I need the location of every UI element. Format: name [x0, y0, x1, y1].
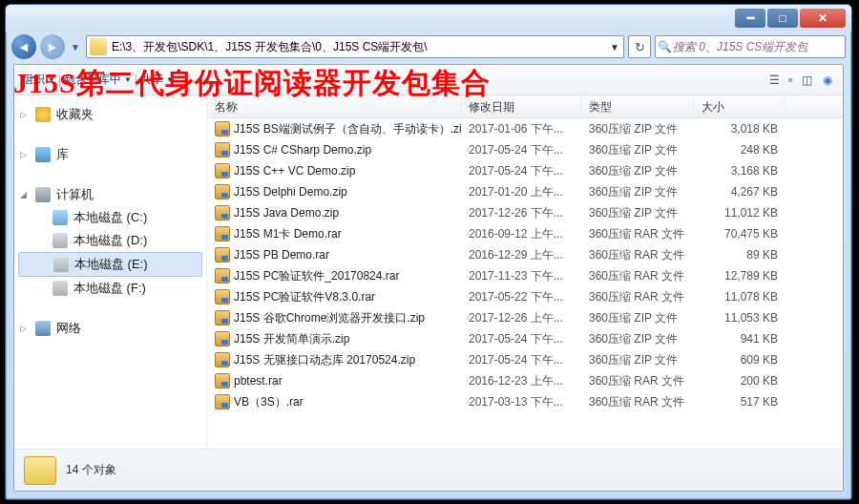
file-size: 200 KB [694, 374, 786, 388]
file-type: 360压缩 RAR 文件 [581, 247, 694, 263]
include-menu[interactable]: 包含到库中 [64, 72, 121, 88]
sidebar-libraries[interactable]: ▷ 库 [14, 143, 206, 166]
file-size: 3,018 KB [694, 122, 786, 136]
history-dropdown[interactable]: ▼ [69, 42, 82, 52]
status-count: 14 个对象 [66, 462, 116, 478]
drive-label: 本地磁盘 (F:) [73, 280, 146, 297]
file-type: 360压缩 RAR 文件 [581, 394, 694, 410]
archive-icon [215, 268, 230, 284]
file-date: 2017-01-06 下午... [461, 121, 581, 137]
file-type: 360压缩 ZIP 文件 [581, 205, 694, 221]
sidebar-network[interactable]: ▷ 网络 [14, 317, 206, 340]
file-name: J15S 开发简单演示.zip [234, 331, 349, 347]
file-size: 517 KB [694, 395, 786, 409]
maximize-button[interactable]: □ [767, 9, 798, 28]
inner-frame: 组织▼ | 包含到库中▼ | 共享▼ ☰ ▪ ◫ ◉ ▷ 收藏夹 [13, 64, 844, 492]
back-button[interactable]: ◄ [11, 34, 36, 59]
file-row[interactable]: J15S 谷歌Chrome浏览器开发接口.zip2017-12-26 上午...… [207, 307, 843, 328]
col-type[interactable]: 类型 [581, 95, 694, 117]
file-date: 2017-05-24 下午... [461, 142, 581, 158]
col-date[interactable]: 修改日期 [461, 95, 581, 117]
help-icon[interactable]: ◉ [820, 73, 835, 88]
file-row[interactable]: J15S Java Demo.zip2017-12-26 下午...360压缩 … [207, 202, 843, 223]
file-row[interactable]: J15S C++ VC Demo.zip2017-05-24 下午...360压… [207, 160, 843, 181]
file-type: 360压缩 ZIP 文件 [581, 121, 694, 137]
file-size: 609 KB [694, 353, 786, 367]
file-row[interactable]: J15S PC验证软件_20170824.rar2017-11-23 下午...… [207, 265, 843, 286]
file-type: 360压缩 ZIP 文件 [581, 310, 694, 326]
col-name[interactable]: 名称 [207, 95, 461, 117]
refresh-button[interactable]: ↻ [628, 35, 651, 58]
search-input[interactable] [673, 37, 845, 56]
col-size[interactable]: 大小 [694, 95, 786, 117]
drive-label: 本地磁盘 (C:) [73, 209, 147, 226]
organize-menu[interactable]: 组织▼ | 包含到库中▼ | 共享▼ [22, 72, 174, 88]
file-size: 11,053 KB [694, 311, 786, 325]
file-row[interactable]: J15S Delphi Demo.zip2017-01-20 上午...360压… [207, 181, 843, 202]
file-date: 2016-12-23 上午... [461, 373, 581, 389]
file-date: 2017-11-23 下午... [461, 268, 581, 284]
archive-icon [215, 331, 230, 346]
file-date: 2017-05-24 下午... [461, 163, 581, 179]
file-row[interactable]: J15S M1卡 Demo.rar2016-09-12 上午...360压缩 R… [207, 223, 843, 244]
minimize-button[interactable]: ━ [735, 9, 765, 28]
archive-icon [215, 394, 230, 410]
file-type: 360压缩 RAR 文件 [581, 289, 694, 305]
file-name: J15S 谷歌Chrome浏览器开发接口.zip [234, 310, 425, 326]
sidebar-drive[interactable]: 本地磁盘 (E:) [18, 252, 202, 277]
disk-icon [52, 210, 68, 225]
file-type: 360压缩 ZIP 文件 [581, 331, 694, 347]
file-type: 360压缩 ZIP 文件 [581, 352, 694, 368]
disk-icon [52, 281, 68, 296]
archive-icon [215, 163, 230, 178]
close-button[interactable]: ✕ [800, 9, 846, 28]
file-row[interactable]: J15S BS端测试例子（含自动、手动读卡）.zip2017-01-06 下午.… [207, 118, 843, 139]
view-options-icon[interactable]: ☰ [766, 73, 782, 88]
archive-icon [215, 205, 230, 220]
file-row[interactable]: J15S 开发简单演示.zip2017-05-24 下午...360压缩 ZIP… [207, 328, 843, 349]
address-input[interactable] [110, 37, 606, 56]
file-size: 70,475 KB [694, 227, 786, 241]
address-bar[interactable]: ▼ [86, 35, 624, 58]
sidebar-drive[interactable]: 本地磁盘 (C:) [14, 206, 206, 229]
file-date: 2017-01-20 上午... [461, 184, 581, 200]
file-size: 941 KB [694, 332, 786, 346]
file-name: VB（3S）.rar [234, 394, 304, 410]
file-size: 12,789 KB [694, 269, 786, 283]
column-headers[interactable]: 名称 修改日期 类型 大小 [207, 95, 843, 118]
file-date: 2017-03-13 下午... [461, 394, 581, 410]
address-dropdown[interactable]: ▼ [606, 42, 623, 52]
archive-icon [215, 226, 230, 242]
file-date: 2017-05-22 下午... [461, 289, 581, 305]
forward-button[interactable]: ► [40, 34, 65, 59]
file-row[interactable]: J15S PB Demo.rar2016-12-29 上午...360压缩 RA… [207, 244, 843, 265]
file-name: J15S PC验证软件V8.3.0.rar [234, 289, 375, 305]
file-rows: J15S BS端测试例子（含自动、手动读卡）.zip2017-01-06 下午.… [207, 118, 843, 449]
titlebar[interactable]: ━ □ ✕ [6, 5, 851, 32]
file-row[interactable]: VB（3S）.rar2017-03-13 下午...360压缩 RAR 文件51… [207, 391, 843, 412]
drive-label: 本地磁盘 (E:) [74, 256, 148, 273]
archive-icon [215, 247, 230, 262]
status-bar: 14 个对象 [14, 449, 843, 491]
file-name: J15S PB Demo.rar [234, 248, 329, 262]
file-size: 248 KB [694, 143, 786, 157]
file-size: 11,012 KB [694, 206, 786, 220]
preview-pane-icon[interactable]: ◫ [799, 73, 814, 88]
file-name: J15S 无驱接口动态库 20170524.zip [234, 352, 415, 368]
file-row[interactable]: pbtest.rar2016-12-23 上午...360压缩 RAR 文件20… [207, 370, 843, 391]
file-date: 2017-12-26 上午... [461, 310, 581, 326]
sidebar-favorites[interactable]: ▷ 收藏夹 [14, 103, 206, 126]
file-row[interactable]: J15S PC验证软件V8.3.0.rar2017-05-22 下午...360… [207, 286, 843, 307]
share-menu[interactable]: 共享 [140, 72, 163, 88]
sidebar-drive[interactable]: 本地磁盘 (D:) [14, 229, 206, 252]
sidebar-computer[interactable]: ◢ 计算机 [14, 183, 206, 206]
library-icon [35, 147, 51, 162]
nav-row: ◄ ► ▼ ▼ ↻ 🔍 [6, 32, 851, 62]
folder-icon [24, 456, 56, 485]
file-name: J15S Delphi Demo.zip [234, 185, 347, 199]
file-row[interactable]: J15S 无驱接口动态库 20170524.zip2017-05-24 下午..… [207, 349, 843, 370]
sidebar-drive[interactable]: 本地磁盘 (F:) [14, 277, 206, 300]
file-row[interactable]: J15S C# CSharp Demo.zip2017-05-24 下午...3… [207, 139, 843, 160]
drive-label: 本地磁盘 (D:) [73, 232, 147, 249]
search-box[interactable]: 🔍 [655, 35, 846, 58]
